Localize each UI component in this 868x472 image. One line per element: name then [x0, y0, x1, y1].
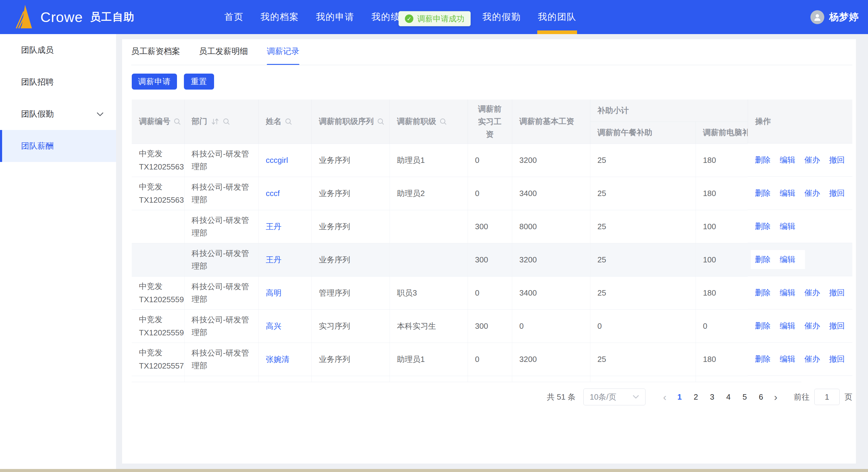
row-actions: 删除 编辑 催办 撤回: [748, 309, 852, 343]
action-edit[interactable]: 编辑: [780, 321, 795, 331]
page-2-button[interactable]: 2: [689, 392, 703, 402]
col-header-pre-lunch-subsidy: 调薪前午餐补助: [590, 122, 695, 144]
action-urge[interactable]: 催办: [804, 155, 820, 165]
page-4-button[interactable]: 4: [722, 392, 735, 402]
page-size-select[interactable]: 10条/页: [583, 388, 646, 405]
nav-item-my-profile[interactable]: 我的档案: [260, 0, 299, 34]
brand: Crowe 员工自助: [15, 0, 135, 34]
action-edit[interactable]: 编辑: [780, 155, 795, 165]
action-urge[interactable]: 催办: [804, 188, 820, 199]
action-urge[interactable]: 催办: [804, 288, 820, 298]
action-edit[interactable]: 编辑: [780, 254, 795, 265]
brand-name: Crowe: [40, 9, 83, 25]
tab-salary-adjustment-records[interactable]: 调薪记录: [267, 46, 299, 65]
salary-adjustment-apply-button[interactable]: 调薪申请: [132, 73, 177, 90]
crowe-logo-icon: [15, 4, 33, 31]
table-row: 中竞发TX12025563 科技公司-研发管理部 cccf 业务序列 助理员2 …: [132, 177, 801, 210]
table-row: 中竞发TX12025557 科技公司-研发管理部 张婉清 业务序列 助理员1 0…: [132, 343, 801, 376]
action-edit[interactable]: 编辑: [780, 188, 795, 199]
chevron-down-icon: [632, 395, 639, 399]
user-menu[interactable]: 杨梦婷: [810, 0, 859, 34]
sidebar-item-team-recruiting[interactable]: 团队招聘: [0, 66, 116, 98]
sidebar-item-label: 团队薪酬: [21, 141, 54, 151]
action-withdraw[interactable]: 撤回: [829, 188, 845, 199]
sidebar-item-team-compensation[interactable]: 团队薪酬: [0, 130, 116, 162]
sidebar-item-label: 团队招聘: [21, 77, 54, 87]
row-actions: 删除 编辑 催办 撤回: [748, 276, 852, 309]
prev-page-button[interactable]: ‹: [658, 392, 672, 402]
action-edit[interactable]: 编辑: [780, 354, 795, 364]
table-row: 科技公司-研发管理部 王丹 业务序列 300 8000 25 100: [132, 210, 801, 243]
goto-unit: 页: [844, 392, 852, 402]
user-name: 杨梦婷: [829, 10, 859, 24]
col-header-pre-adjustment-level: 调薪前职级: [390, 99, 468, 144]
salary-adjustment-table: 调薪编号 部门: [132, 99, 852, 382]
action-delete[interactable]: 删除: [755, 321, 771, 331]
search-icon[interactable]: [285, 118, 292, 125]
sidebar-item-team-members[interactable]: 团队成员: [0, 34, 116, 66]
sort-icon[interactable]: [211, 118, 219, 125]
tab-payroll-detail[interactable]: 员工发薪明细: [199, 46, 248, 65]
nav-item-my-team[interactable]: 我的团队: [538, 0, 577, 34]
employee-name-link[interactable]: 王丹: [266, 255, 282, 264]
action-delete[interactable]: 删除: [755, 221, 771, 232]
action-withdraw[interactable]: 撤回: [829, 288, 845, 298]
col-header-department: 部门: [184, 99, 258, 144]
action-edit[interactable]: 编辑: [780, 221, 795, 232]
employee-name-link[interactable]: cccf: [266, 189, 280, 198]
employee-name-link[interactable]: 高明: [266, 288, 282, 297]
nav-item-my-attendance[interactable]: 我的假勤: [483, 0, 521, 34]
search-icon[interactable]: [377, 118, 385, 125]
tab-salary-archive[interactable]: 员工薪资档案: [131, 46, 180, 65]
search-icon[interactable]: [222, 118, 230, 125]
tab-divider: [131, 65, 852, 65]
col-header-pre-intern-pay: 调薪前实习工资: [468, 99, 512, 144]
col-header-name: 姓名: [258, 99, 311, 144]
action-urge[interactable]: 催办: [804, 321, 820, 331]
avatar: [810, 10, 824, 24]
employee-name-link[interactable]: cccgirl: [266, 156, 288, 165]
page-3-button[interactable]: 3: [706, 392, 719, 402]
toast-message: 调薪申请成功: [417, 13, 464, 24]
check-circle-icon: ✓: [405, 14, 413, 23]
page-6-button[interactable]: 6: [754, 392, 768, 402]
action-edit[interactable]: 编辑: [780, 288, 795, 298]
col-header-adjustment-id: 调薪编号: [132, 99, 184, 144]
action-delete[interactable]: 删除: [755, 155, 771, 165]
goto-page-input[interactable]: [814, 389, 840, 405]
action-delete[interactable]: 删除: [755, 254, 771, 265]
actions-highlight-patch: 删除 编辑: [751, 250, 805, 269]
action-delete[interactable]: 删除: [755, 288, 771, 298]
page-1-button[interactable]: 1: [673, 392, 686, 402]
search-icon[interactable]: [173, 118, 181, 125]
content-card: 员工薪资档案 员工发薪明细 调薪记录 调薪申请 重置 调薪编号: [122, 39, 856, 464]
success-toast: ✓ 调薪申请成功: [399, 11, 471, 26]
employee-name-link[interactable]: 张婉清: [266, 355, 289, 364]
action-withdraw[interactable]: 撤回: [829, 354, 845, 364]
sidebar-item-label: 团队假勤: [21, 109, 54, 119]
page-5-button[interactable]: 5: [738, 392, 751, 402]
search-icon[interactable]: [439, 118, 447, 125]
table-row: 中竞发TX12025559 科技公司-研发管理部 高明 管理序列 职员3 0 3…: [132, 276, 801, 309]
employee-name-link[interactable]: 王丹: [266, 222, 282, 231]
action-urge[interactable]: 催办: [804, 354, 820, 364]
row-actions: 删除 编辑 催办 撤回: [748, 343, 852, 376]
nav-item-my-requests[interactable]: 我的申请: [316, 0, 354, 34]
employee-name-link[interactable]: 高兴: [266, 322, 282, 330]
sidebar: 团队成员 团队招聘 团队假勤 团队薪酬: [0, 34, 116, 469]
goto-label: 前往: [794, 392, 809, 402]
table-row: 中竞发TX12025559 科技公司-研发管理部 高兴 实习序列 本科实习生 3…: [132, 309, 801, 343]
screen: Crowe 员工自助 首页 我的档案 我的申请 我的绩效 我的薪资 我的假勤 我…: [0, 0, 868, 472]
action-withdraw[interactable]: 撤回: [829, 155, 845, 165]
action-delete[interactable]: 删除: [755, 354, 771, 364]
row-actions: 删除 编辑 催办 撤回: [748, 177, 852, 210]
next-page-button[interactable]: ›: [769, 392, 782, 402]
action-withdraw[interactable]: 撤回: [829, 321, 845, 331]
action-delete[interactable]: 删除: [755, 188, 771, 199]
nav-item-home[interactable]: 首页: [224, 0, 244, 34]
reset-button[interactable]: 重置: [184, 73, 214, 90]
table-row-clipped: [132, 376, 801, 382]
pagination-total: 共 51 条: [547, 392, 576, 402]
sidebar-item-team-attendance[interactable]: 团队假勤: [0, 98, 116, 130]
row-actions: 删除 编辑: [748, 210, 852, 243]
